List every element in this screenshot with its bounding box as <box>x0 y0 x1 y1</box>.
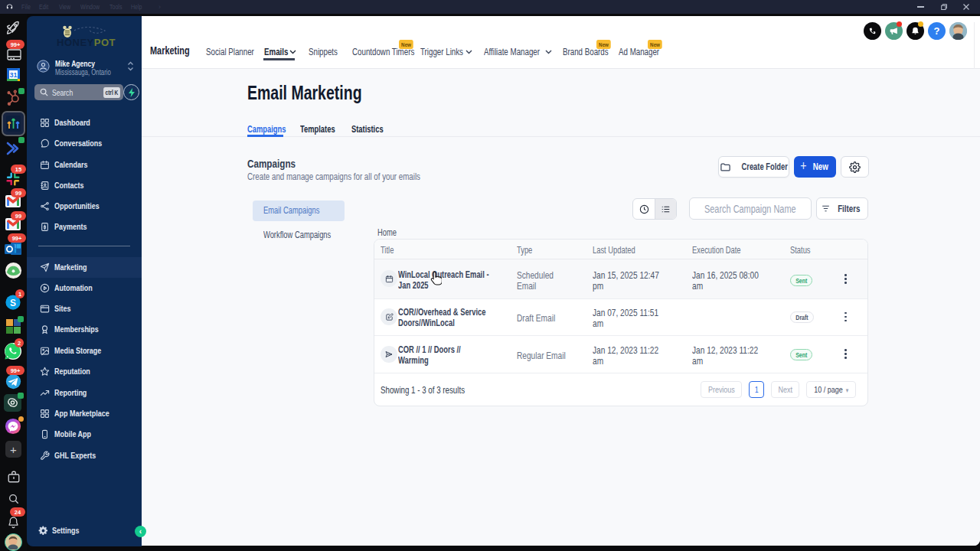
svg-text:S: S <box>10 298 16 308</box>
svg-text:31: 31 <box>9 71 17 79</box>
